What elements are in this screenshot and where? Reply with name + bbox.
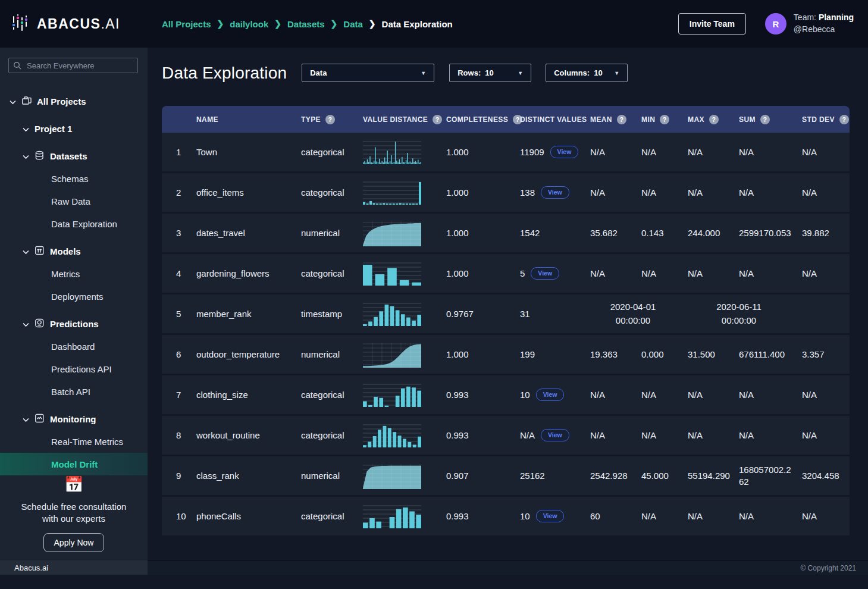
- table-row: 1Towncategorical1.00011909ViewN/AN/AN/AN…: [162, 133, 850, 171]
- invite-team-button[interactable]: Invite Team: [678, 13, 746, 35]
- chevron-down-icon[interactable]: [23, 414, 29, 424]
- sidebar-item-real-time-metrics[interactable]: Real-Time Metrics: [0, 430, 148, 453]
- sidebar-item-dashboard[interactable]: Dashboard: [0, 335, 148, 358]
- view-button[interactable]: View: [531, 267, 559, 280]
- distinct-count: 31: [520, 309, 530, 319]
- sidebar-item-models[interactable]: Models: [0, 240, 148, 262]
- header-label: NAME: [196, 115, 218, 124]
- sidebar-item-batch-api[interactable]: Batch API: [0, 380, 148, 403]
- distinct-values: 5View: [514, 267, 584, 280]
- row-index: 6: [162, 349, 190, 359]
- table-row: 4gardening_flowerscategorical1.0005ViewN…: [162, 254, 850, 293]
- rows-select[interactable]: Rows:10▼: [449, 64, 531, 82]
- breadcrumb-separator: ❯: [274, 19, 281, 29]
- sidebar-item-predictions[interactable]: Predictions: [0, 312, 148, 335]
- consultation-promo: 📅 Schedule free consultation with our ex…: [0, 475, 148, 560]
- min-value: N/A: [635, 268, 682, 278]
- dataset-select[interactable]: Data▼: [302, 64, 434, 82]
- sidebar-item-all-projects[interactable]: All Projects: [0, 90, 148, 112]
- sidebar-item-label: Predictions API: [51, 364, 112, 374]
- distinct-count: 138: [520, 187, 535, 198]
- sum-value: 2599170.053: [733, 227, 796, 239]
- completeness-value: 0.993: [440, 390, 514, 400]
- completeness-value: 0.993: [440, 511, 514, 521]
- view-button[interactable]: View: [541, 429, 569, 441]
- help-icon[interactable]: ?: [325, 115, 335, 124]
- chevron-down-icon[interactable]: [23, 124, 29, 134]
- row-index: 1: [162, 147, 190, 157]
- table-row: 3dates_travelnumerical1.000154235.6820.1…: [162, 214, 850, 252]
- sidebar-item-raw-data[interactable]: Raw Data: [0, 190, 148, 212]
- data-exploration-table: NAMETYPE?VALUE DISTANCE?COMPLETENESS?DIS…: [162, 106, 850, 535]
- row-index: 2: [162, 187, 190, 198]
- chevron-down-icon[interactable]: [23, 319, 29, 329]
- header-cell-mean: MEAN?: [584, 115, 635, 124]
- header-label: TYPE: [301, 115, 321, 124]
- breadcrumb-item[interactable]: Data: [343, 19, 363, 29]
- distinct-values: 11909View: [514, 146, 584, 158]
- chevron-down-icon[interactable]: [23, 246, 29, 256]
- view-button[interactable]: View: [541, 186, 569, 199]
- view-button[interactable]: View: [550, 146, 579, 158]
- distinct-count: N/A: [520, 430, 535, 440]
- chevron-down-icon[interactable]: [10, 96, 16, 106]
- table-row: 6outdoor_temperaturenumerical1.00019919.…: [162, 335, 850, 374]
- completeness-value: 1.000: [440, 147, 514, 157]
- sidebar-item-label: Project 1: [35, 124, 72, 134]
- sidebar-item-monitoring[interactable]: Monitoring: [0, 408, 148, 430]
- view-button[interactable]: View: [536, 389, 565, 401]
- chevron-down-icon[interactable]: [23, 151, 29, 161]
- max-value: N/A: [682, 511, 733, 521]
- help-icon[interactable]: ?: [660, 115, 669, 124]
- std-dev-value: 3.357: [796, 349, 850, 359]
- avatar[interactable]: R: [765, 13, 786, 35]
- sidebar-item-datasets[interactable]: Datasets: [0, 145, 148, 167]
- top-header: ABACUS.AI All Projects❯dailylook❯Dataset…: [0, 0, 868, 48]
- header-label: MAX: [688, 115, 704, 124]
- header-label: STD DEV: [802, 115, 835, 124]
- sidebar-item-model-drift[interactable]: Model Drift: [0, 453, 148, 475]
- sidebar-item-project-1[interactable]: Project 1: [0, 117, 148, 140]
- header-label: DISTINCT VALUES: [520, 115, 587, 124]
- distinct-values: 31: [514, 309, 584, 319]
- min-value: N/A: [635, 187, 682, 198]
- feature-type: timestamp: [295, 309, 357, 319]
- sidebar-item-deployments[interactable]: Deployments: [0, 285, 148, 308]
- header-cell-sum: SUM?: [733, 115, 796, 124]
- distinct-values: 25162: [514, 471, 584, 481]
- sidebar-item-data-exploration[interactable]: Data Exploration: [0, 212, 148, 235]
- sidebar-item-schemas[interactable]: Schemas: [0, 167, 148, 190]
- min-value: 0.000: [635, 349, 682, 359]
- distinct-values: 1542: [514, 228, 584, 238]
- header-label: VALUE DISTANCE: [363, 115, 428, 124]
- columns-select[interactable]: Columns:10▼: [546, 64, 628, 82]
- apply-now-button[interactable]: Apply Now: [43, 533, 105, 552]
- value-distribution-chart: [357, 261, 440, 287]
- min-value: N/A: [635, 390, 682, 400]
- max-value: N/A: [682, 390, 733, 400]
- help-icon[interactable]: ?: [839, 115, 849, 124]
- breadcrumb-item[interactable]: All Projects: [162, 19, 211, 29]
- help-icon[interactable]: ?: [760, 115, 770, 124]
- feature-name: Town: [190, 147, 295, 157]
- footer-copyright: © Copyright 2021: [148, 560, 868, 575]
- help-icon[interactable]: ?: [709, 115, 719, 124]
- sidebar-item-predictions-api[interactable]: Predictions API: [0, 358, 148, 380]
- search-input[interactable]: [8, 58, 138, 73]
- completeness-value: 1.000: [440, 187, 514, 198]
- header-cell-completeness: COMPLETENESS?: [440, 115, 514, 124]
- abacus-logo[interactable]: ABACUS.AI: [10, 12, 162, 36]
- breadcrumb-item[interactable]: dailylook: [230, 19, 268, 29]
- table-row: 7clothing_sizecategorical0.99310ViewN/AN…: [162, 375, 850, 414]
- chevron-down-icon: ▼: [421, 70, 426, 76]
- breadcrumb-item[interactable]: Datasets: [287, 19, 325, 29]
- sidebar-item-metrics[interactable]: Metrics: [0, 262, 148, 285]
- std-dev-value: N/A: [796, 390, 850, 400]
- search-box: [8, 58, 138, 73]
- std-dev-value: N/A: [796, 187, 850, 198]
- help-icon[interactable]: ?: [617, 115, 626, 124]
- view-button[interactable]: View: [536, 510, 565, 522]
- mean-value: 2542.928: [584, 471, 635, 481]
- sum-value: N/A: [733, 187, 796, 199]
- table-header-row: NAMETYPE?VALUE DISTANCE?COMPLETENESS?DIS…: [162, 106, 850, 133]
